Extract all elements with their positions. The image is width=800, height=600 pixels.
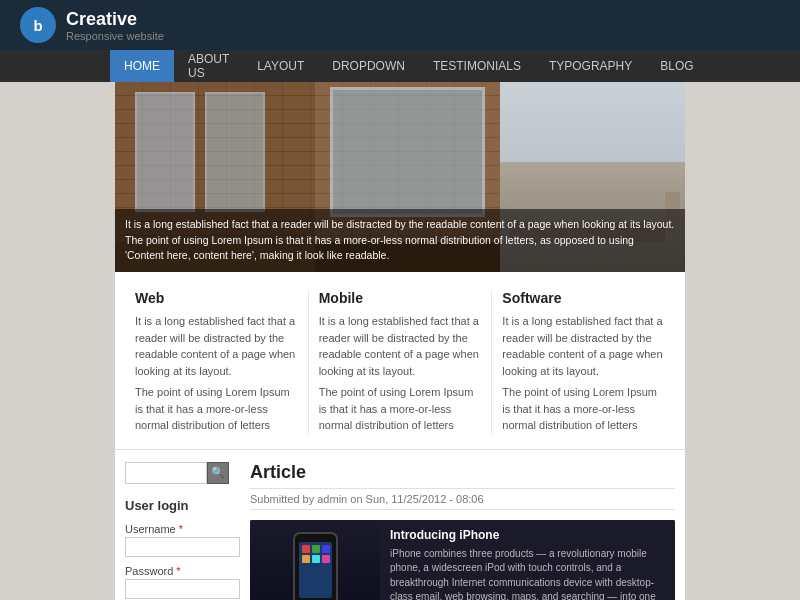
feature-mobile-text2: The point of using Lorem Ipsum is that i… <box>319 384 482 434</box>
article-title: Article <box>250 462 675 483</box>
features-section: Web It is a long established fact that a… <box>115 272 685 450</box>
article-meta: Submitted by admin on Sun, 11/25/2012 - … <box>250 488 675 510</box>
main-nav: HOME ABOUT US LAYOUT DROPDOWN TESTIMONIA… <box>0 50 800 82</box>
password-label: Password * <box>125 565 240 577</box>
nav-typography[interactable]: TYPOGRAPHY <box>535 50 646 82</box>
username-field-group: Username * <box>125 523 240 557</box>
nav-home[interactable]: HOME <box>110 50 174 82</box>
password-input[interactable] <box>125 579 240 599</box>
feature-mobile-text1: It is a long established fact that a rea… <box>319 313 482 379</box>
article-section: Article Submitted by admin on Sun, 11/25… <box>250 462 675 601</box>
feature-web-title: Web <box>135 290 298 306</box>
logo-icon: b <box>20 7 56 43</box>
sidebar: 🔍 User login Username * Password * <box>125 462 240 601</box>
feature-software-title: Software <box>502 290 665 306</box>
site-title: Creative <box>66 9 164 30</box>
feature-software-text2: The point of using Lorem Ipsum is that i… <box>502 384 665 434</box>
site-tagline: Responsive website <box>66 30 164 42</box>
search-input[interactable] <box>125 462 207 484</box>
iphone-text-block: Introducing iPhone iPhone combines three… <box>380 520 675 601</box>
feature-mobile: Mobile It is a long established fact tha… <box>309 290 493 434</box>
iphone-description: iPhone combines three products — a revol… <box>390 547 665 601</box>
article-iphone-block: Introducing iPhone iPhone combines three… <box>250 520 675 601</box>
iphone-title: Introducing iPhone <box>390 528 665 542</box>
feature-web-text2: The point of using Lorem Ipsum is that i… <box>135 384 298 434</box>
feature-web: Web It is a long established fact that a… <box>125 290 309 434</box>
username-input[interactable] <box>125 537 240 557</box>
nav-testimonials[interactable]: TESTIMONIALS <box>419 50 535 82</box>
site-branding: Creative Responsive website <box>66 9 164 42</box>
nav-about[interactable]: ABOUT US <box>174 50 243 82</box>
hero-section: It is a long established fact that a rea… <box>115 82 685 272</box>
hero-caption: It is a long established fact that a rea… <box>115 209 685 272</box>
search-form: 🔍 <box>125 462 240 484</box>
password-field-group: Password * <box>125 565 240 599</box>
iphone-image <box>250 520 380 601</box>
nav-blog[interactable]: BLOG <box>646 50 707 82</box>
nav-layout[interactable]: LAYOUT <box>243 50 318 82</box>
feature-software-text1: It is a long established fact that a rea… <box>502 313 665 379</box>
search-button[interactable]: 🔍 <box>207 462 229 484</box>
username-label: Username * <box>125 523 240 535</box>
feature-mobile-title: Mobile <box>319 290 482 306</box>
search-icon: 🔍 <box>211 466 225 479</box>
login-title: User login <box>125 498 240 513</box>
feature-web-text1: It is a long established fact that a rea… <box>135 313 298 379</box>
nav-dropdown[interactable]: DROPDOWN <box>318 50 419 82</box>
feature-software: Software It is a long established fact t… <box>492 290 675 434</box>
user-login-block: User login Username * Password * <box>125 498 240 601</box>
